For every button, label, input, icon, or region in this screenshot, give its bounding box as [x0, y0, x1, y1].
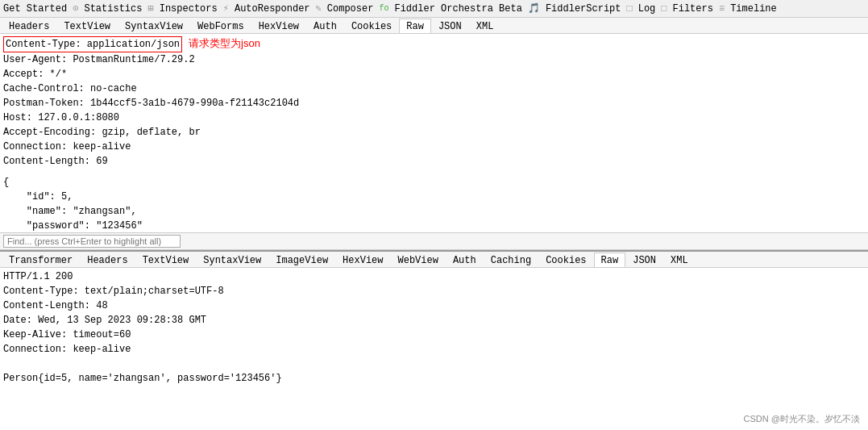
- menu-filters[interactable]: Filters: [673, 3, 713, 15]
- tab-req-xml[interactable]: XML: [469, 19, 501, 34]
- find-input[interactable]: [3, 235, 181, 248]
- fiddlerscript-label: FiddlerScript: [546, 3, 621, 15]
- tab-resp-json[interactable]: JSON: [625, 253, 663, 268]
- tab-req-syntaxview[interactable]: SyntaxView: [118, 19, 190, 34]
- tab-resp-cookies[interactable]: Cookies: [538, 253, 593, 268]
- tab-req-webforms[interactable]: WebForms: [190, 19, 251, 34]
- timeline-label: Timeline: [730, 3, 777, 15]
- resp-empty: [3, 357, 865, 371]
- request-line-connection: Connection: keep-alive: [3, 140, 865, 154]
- request-line-content-length: Content-Length: 69: [3, 154, 865, 169]
- separator-5: fo: [379, 4, 388, 13]
- resp-line-content-type: Content-Type: text/plain;charset=UTF-8: [3, 284, 865, 298]
- separator-3: ⚡: [223, 2, 229, 15]
- request-line-cache-control: Cache-Control: no-cache: [3, 81, 865, 96]
- json-name: "name": "zhangsan",: [3, 204, 865, 219]
- separator-9: ≡: [719, 3, 725, 15]
- tab-resp-hexview[interactable]: HexView: [335, 253, 390, 268]
- tab-resp-syntaxview[interactable]: SyntaxView: [196, 253, 268, 268]
- menu-composer[interactable]: Composer: [327, 3, 374, 15]
- json-brace-open: {: [3, 175, 865, 190]
- resp-line-http: HTTP/1.1 200: [3, 269, 865, 284]
- tab-req-raw[interactable]: Raw: [399, 19, 431, 34]
- filters-label: Filters: [673, 3, 713, 15]
- request-panel: Headers TextView SyntaxView WebForms Hex…: [0, 18, 868, 252]
- response-content: HTTP/1.1 200 Content-Type: text/plain;ch…: [0, 268, 868, 387]
- tab-resp-headers[interactable]: Headers: [80, 253, 135, 268]
- tab-req-hexview[interactable]: HexView: [251, 19, 306, 34]
- request-line-accept: Accept: */*: [3, 67, 865, 81]
- json-id: "id": 5,: [3, 190, 865, 204]
- tab-req-json[interactable]: JSON: [431, 19, 469, 34]
- request-line-accept-encoding: Accept-Encoding: gzip, deflate, br: [3, 125, 865, 140]
- tab-req-headers[interactable]: Headers: [2, 19, 56, 34]
- menu-inspectors[interactable]: Inspectors: [160, 3, 218, 15]
- tab-req-auth[interactable]: Auth: [306, 19, 344, 34]
- log-label: Log: [638, 3, 656, 15]
- get-started-label: Get Started: [3, 3, 67, 15]
- resp-line-keep-alive: Keep-Alive: timeout=60: [3, 328, 865, 342]
- resp-line-date: Date: Wed, 13 Sep 2023 09:28:38 GMT: [3, 313, 865, 328]
- menu-timeline[interactable]: Timeline: [730, 3, 777, 15]
- annotation-json-type: 请求类型为json: [189, 37, 260, 49]
- tab-resp-webview[interactable]: WebView: [391, 253, 446, 268]
- separator-4: ✎: [316, 2, 322, 15]
- separator-8: □: [661, 3, 667, 15]
- request-line-postman-token: Postman-Token: 1b44ccf5-3a1b-4679-990a-f…: [3, 96, 865, 111]
- resp-line-connection: Connection: keep-alive: [3, 342, 865, 357]
- request-line-user-agent: User-Agent: PostmanRuntime/7.29.2: [3, 52, 865, 67]
- inspectors-label: Inspectors: [160, 3, 218, 15]
- content-type-highlighted: Content-Type: application/json: [3, 36, 182, 52]
- menu-statistics[interactable]: Statistics: [84, 3, 142, 15]
- tab-resp-xml[interactable]: XML: [663, 253, 696, 268]
- tab-resp-transformer[interactable]: Transformer: [2, 253, 80, 268]
- menu-fiddlerscript[interactable]: FiddlerScript: [546, 3, 621, 15]
- tab-resp-imageview[interactable]: ImageView: [268, 253, 335, 268]
- response-panel: Transformer Headers TextView SyntaxView …: [0, 252, 868, 387]
- request-json-body: { "id": 5, "name": "zhangsan", "password…: [3, 175, 865, 232]
- menu-fiddler-orchestra[interactable]: Fiddler Orchestra Beta: [394, 3, 521, 15]
- watermark: CSDN @时光不染。岁忆不淡: [744, 413, 860, 425]
- menu-bar: Get Started ⊙ Statistics ⊞ Inspectors ⚡ …: [0, 0, 868, 18]
- autoresponder-label: AutoResponder: [235, 3, 310, 15]
- response-tab-bar: Transformer Headers TextView SyntaxView …: [0, 252, 868, 268]
- menu-log[interactable]: Log: [638, 3, 656, 15]
- request-tab-bar: Headers TextView SyntaxView WebForms Hex…: [0, 18, 868, 34]
- tab-req-textview[interactable]: TextView: [56, 19, 118, 34]
- separator-2: ⊞: [147, 2, 153, 15]
- composer-label: Composer: [327, 3, 374, 15]
- menu-autoresponder[interactable]: AutoResponder: [235, 3, 310, 15]
- statistics-label: Statistics: [84, 3, 142, 15]
- resp-body: Person{id=5, name='zhangsan', password='…: [3, 371, 865, 386]
- menu-get-started[interactable]: Get Started: [3, 3, 67, 15]
- find-bar: [0, 232, 868, 250]
- tab-resp-auth[interactable]: Auth: [446, 253, 484, 268]
- request-line-host: Host: 127.0.0.1:8080: [3, 111, 865, 125]
- separator-6: 🎵: [528, 2, 540, 15]
- tab-req-cookies[interactable]: Cookies: [344, 19, 399, 34]
- fiddler-orchestra-label: Fiddler Orchestra Beta: [394, 3, 521, 15]
- resp-line-content-length: Content-Length: 48: [3, 298, 865, 313]
- separator-1: ⊙: [73, 2, 78, 15]
- json-password: "password": "123456": [3, 219, 865, 232]
- request-content: Content-Type: application/json请求类型为json …: [0, 34, 868, 232]
- tab-resp-caching[interactable]: Caching: [484, 253, 538, 268]
- tab-resp-raw[interactable]: Raw: [594, 253, 626, 268]
- tab-resp-textview[interactable]: TextView: [135, 253, 197, 268]
- request-line-content-type: Content-Type: application/json请求类型为json: [3, 35, 865, 52]
- separator-7: □: [627, 3, 633, 15]
